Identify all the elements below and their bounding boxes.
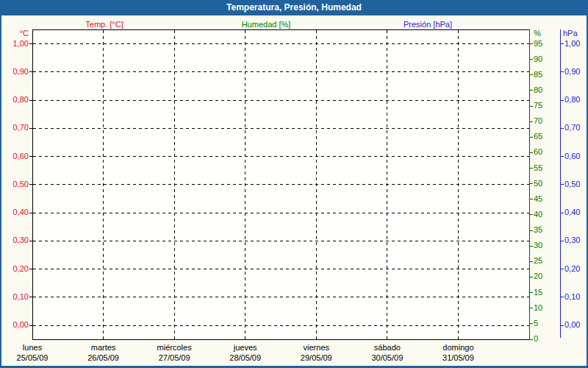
- humidity-axis-tick-label: 80: [534, 85, 542, 95]
- temp-axis-tick-label: 0,80: [1, 95, 29, 105]
- title-bar: Temperatura, Presión, Humedad: [0, 0, 588, 15]
- humidity-axis-line: [529, 29, 530, 340]
- temp-axis-tick-label: 0,20: [1, 264, 29, 274]
- humidity-axis-tick-label: 30: [534, 241, 542, 250]
- humidity-axis-tick-label: 85: [534, 70, 542, 79]
- humidity-axis-tick: [530, 277, 533, 277]
- humidity-axis-tick: [530, 90, 533, 91]
- x-axis-date: 25/05/09: [17, 353, 49, 363]
- pressure-axis-unit-label: hPa: [563, 29, 578, 38]
- x-axis-day-label: domingo31/05/09: [442, 342, 474, 363]
- pressure-axis-tick: [561, 269, 564, 269]
- legend-pressure: Presión [hPa]: [404, 20, 452, 29]
- h-gridline: [33, 184, 529, 185]
- humidity-axis-tick-label: 95: [534, 39, 542, 49]
- humidity-axis-tick-label: 60: [534, 147, 542, 157]
- h-gridline: [33, 128, 529, 129]
- humidity-axis-tick: [530, 152, 533, 153]
- x-axis-day-name: miércoles: [157, 342, 192, 353]
- temp-axis-tick: [29, 213, 32, 213]
- humidity-axis-tick-label: 0: [534, 334, 538, 344]
- humidity-axis-tick: [530, 137, 533, 138]
- window-title: Temperatura, Presión, Humedad: [226, 2, 362, 13]
- v-gridline: [387, 30, 387, 339]
- x-axis-date: 31/05/09: [442, 353, 474, 363]
- pressure-axis-tick: [561, 184, 564, 185]
- pressure-axis-tick: [561, 213, 564, 213]
- x-axis-date: 27/05/09: [157, 353, 192, 363]
- pressure-axis-tick-label: 0,10: [564, 292, 580, 302]
- h-gridline: [33, 241, 529, 241]
- pressure-axis-tick: [561, 100, 564, 101]
- h-gridline: [33, 71, 529, 72]
- h-gridline: [33, 325, 529, 326]
- humidity-axis-tick: [530, 214, 533, 215]
- v-gridline: [174, 30, 175, 339]
- humidity-axis-tick-label: 45: [534, 194, 542, 204]
- weather-chart-window: Temperatura, Presión, Humedad Temp. [°C]…: [0, 0, 588, 368]
- humidity-axis-tick: [530, 106, 533, 107]
- pressure-axis-tick: [561, 297, 564, 297]
- x-axis-day-label: lunes25/05/09: [17, 342, 49, 363]
- legend-temperature: Temp. [°C]: [85, 20, 123, 29]
- humidity-axis-tick-label: 15: [534, 288, 542, 297]
- pressure-axis-tick-label: 0,30: [564, 236, 580, 245]
- temp-axis-tick: [29, 156, 32, 157]
- humidity-axis-tick-label: 20: [534, 272, 542, 281]
- x-axis-date: 26/05/09: [87, 353, 119, 363]
- humidity-axis-tick: [530, 43, 533, 44]
- legend-humidity: Humedad [%]: [242, 20, 291, 29]
- humidity-axis-tick: [530, 199, 533, 199]
- temp-axis-tick: [29, 184, 32, 185]
- humidity-axis-tick: [530, 246, 533, 247]
- temp-axis-tick-label: 0,70: [1, 123, 29, 132]
- pressure-axis-tick-label: 0,40: [564, 208, 580, 217]
- h-gridline: [33, 269, 529, 269]
- h-gridline: [33, 100, 529, 101]
- h-gridline: [33, 297, 529, 297]
- humidity-axis-tick: [530, 168, 533, 169]
- x-axis-day-name: domingo: [442, 342, 474, 353]
- temp-axis-tick-label: 0,50: [1, 180, 29, 189]
- v-gridline: [458, 30, 459, 339]
- pressure-axis-tick-label: 0,90: [564, 67, 580, 77]
- humidity-axis-tick: [530, 292, 533, 293]
- pressure-axis-tick: [561, 128, 564, 129]
- v-gridline: [103, 30, 104, 339]
- humidity-axis-tick: [530, 323, 533, 324]
- h-gridline: [33, 213, 529, 213]
- humidity-axis-tick-label: 90: [534, 54, 542, 64]
- pressure-axis-tick: [561, 43, 564, 44]
- x-axis-date: 30/05/09: [371, 353, 403, 363]
- humidity-axis-tick-label: 25: [534, 256, 542, 266]
- pressure-axis-tick-label: 0,60: [564, 152, 580, 161]
- humidity-axis-tick: [530, 121, 533, 122]
- x-axis-day-name: lunes: [17, 342, 49, 353]
- temp-axis-tick: [29, 325, 32, 326]
- humidity-axis-tick-label: 40: [534, 210, 542, 219]
- humidity-axis-tick: [530, 230, 533, 231]
- x-axis-day-label: miércoles27/05/09: [157, 342, 192, 363]
- temp-axis-tick: [29, 43, 32, 44]
- temp-axis-tick: [29, 269, 32, 269]
- temp-axis-tick-label: 0,90: [1, 67, 29, 77]
- temp-axis-tick-label: 0,30: [1, 236, 29, 245]
- pressure-axis-line: [560, 29, 561, 338]
- x-axis-day-label: martes26/05/09: [87, 342, 119, 363]
- temp-axis-unit-label: °C: [1, 29, 29, 38]
- h-gridline: [33, 43, 529, 44]
- humidity-axis-tick-label: 10: [534, 303, 542, 313]
- humidity-axis-unit-label: %: [534, 29, 541, 38]
- temp-axis-tick: [29, 297, 32, 297]
- temp-axis-tick: [29, 100, 32, 101]
- humidity-axis-tick-label: 50: [534, 179, 542, 188]
- pressure-axis-tick-label: 1,00: [564, 39, 580, 49]
- humidity-axis-tick-label: 65: [534, 132, 542, 141]
- pressure-axis-tick-label: 0,50: [564, 180, 580, 189]
- pressure-axis-tick-label: 0,70: [564, 123, 580, 132]
- humidity-axis-tick-label: 70: [534, 116, 542, 126]
- temp-axis-tick-label: 1,00: [1, 39, 29, 49]
- humidity-axis-tick: [530, 339, 533, 340]
- x-axis-date: 28/05/09: [229, 353, 261, 363]
- temp-axis-tick: [29, 128, 32, 129]
